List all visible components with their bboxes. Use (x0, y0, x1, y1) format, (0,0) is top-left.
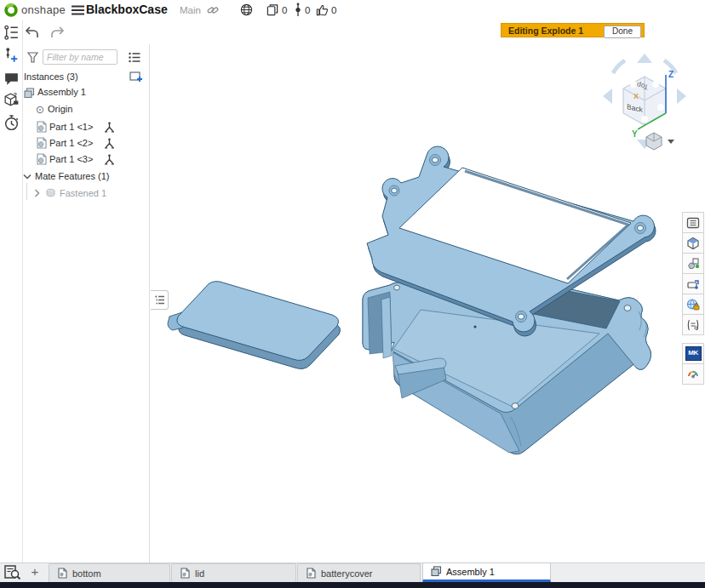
taskbar-edge (0, 582, 705, 588)
chevron-right-icon (34, 189, 41, 197)
tree-label: Assembly 1 (37, 87, 86, 97)
top-bar: onshape BlackboxCase Main 0 0 (0, 0, 705, 21)
insert-into-assembly-icon[interactable] (129, 71, 143, 83)
part-studio-icon (306, 568, 317, 579)
left-icon-strip: ? (0, 20, 23, 562)
mate-connector-icon[interactable] (104, 122, 115, 133)
copies-icon[interactable] (267, 3, 279, 16)
globe-lock-icon (686, 298, 700, 311)
main-menu-icon[interactable] (72, 5, 84, 15)
editing-explode-banner: Editing Explode 1 Done (501, 23, 645, 37)
public-globe-icon[interactable] (240, 3, 253, 16)
sharing-button[interactable] (682, 294, 704, 315)
document-title: BlackboxCase (86, 3, 168, 16)
x-axis-label: X (633, 92, 639, 100)
named-views-button[interactable] (682, 232, 704, 254)
mate-features-header: Mate Features (1) (35, 171, 109, 181)
rotate-right-arrow-icon[interactable] (677, 88, 686, 104)
bom-panel-button[interactable] (682, 212, 704, 233)
origin-icon (36, 106, 44, 114)
tab-label: lid (195, 568, 204, 579)
instances-header: Instances (3) (24, 71, 78, 82)
display-states-button[interactable] (682, 273, 704, 294)
in-context-part-icon (686, 257, 700, 271)
assembly-icon (431, 566, 442, 577)
mate-connector-icon[interactable] (104, 138, 115, 149)
versions-icon[interactable] (294, 3, 302, 17)
onshape-logo-icon (3, 3, 19, 18)
tab-lid[interactable]: lid (171, 563, 296, 582)
configurations-icon (686, 318, 700, 332)
appearance-button[interactable] (682, 363, 704, 385)
view-cube[interactable]: Top Back Z Y X (596, 48, 690, 155)
filter-input[interactable] (43, 49, 118, 65)
fastened-mate-icon (45, 188, 56, 198)
rotate-left-arrow-icon[interactable] (603, 88, 612, 104)
tree-label: Part 1 <3> (49, 154, 93, 164)
tree-label: Origin (48, 104, 72, 114)
bom-table-icon (686, 216, 700, 230)
display-states-icon (686, 277, 700, 291)
tab-search-icon[interactable] (4, 565, 21, 579)
done-button[interactable]: Done (604, 26, 641, 38)
y-axis-label: Y (632, 129, 638, 139)
onshape-window: onshape BlackboxCase Main 0 0 (0, 0, 705, 588)
tab-bottom[interactable]: bottom (49, 563, 170, 582)
tab-label: Assembly 1 (446, 567, 495, 577)
configurations-button[interactable] (682, 314, 704, 335)
chevron-down-icon (23, 174, 32, 180)
tab-assembly-1[interactable]: Assembly 1 (422, 562, 551, 582)
tab-label: bottom (72, 568, 101, 579)
part-studio-icon (57, 568, 68, 579)
rotate-ccw-arrow-icon[interactable] (613, 60, 625, 73)
mkcad-app-icon: MK (685, 346, 702, 361)
part-icon (36, 121, 47, 133)
mkcad-app-button[interactable]: MK (682, 343, 704, 364)
mate-connector-icon[interactable] (104, 154, 115, 165)
banner-label: Editing Explode 1 (508, 26, 583, 36)
versions-count: 0 (305, 5, 310, 15)
tree-guide-line (26, 183, 27, 200)
assembly-icon (24, 88, 35, 99)
view-options-button[interactable] (646, 133, 674, 150)
insert-instance-icon[interactable] (3, 47, 20, 65)
z-axis-label: Z (668, 70, 673, 79)
brand-name: onshape (21, 3, 66, 16)
part-icon (36, 153, 47, 165)
structure-tree-icon[interactable] (3, 24, 20, 42)
likes-count: 0 (331, 5, 336, 15)
parts-help-icon[interactable]: ? (3, 91, 20, 109)
svg-text:?: ? (14, 91, 18, 99)
comment-icon[interactable] (3, 70, 20, 88)
tree-label: Fastened 1 (60, 188, 106, 198)
tree-label: Part 1 <1> (49, 122, 93, 132)
tab-batterycover[interactable]: batterycover (297, 563, 421, 582)
chevron-down-icon (668, 140, 674, 144)
filter-icon[interactable] (27, 52, 38, 63)
workspace-name[interactable]: Main (180, 5, 201, 15)
tab-label: batterycover (321, 568, 373, 579)
panel-list-icon (154, 294, 165, 305)
view-cube-body[interactable]: Top Back (623, 77, 666, 125)
likes-thumb-icon[interactable] (316, 3, 329, 16)
appearance-gauge-icon (686, 368, 700, 381)
in-context-button[interactable] (682, 253, 704, 274)
part-icon (36, 137, 47, 149)
redo-icon[interactable] (50, 26, 65, 38)
mate-point-dot (473, 325, 476, 328)
link-icon[interactable] (207, 4, 219, 16)
rotate-up-arrow-icon[interactable] (637, 54, 652, 63)
history-stopwatch-icon[interactable] (3, 114, 20, 132)
new-tab-button[interactable]: + (26, 563, 44, 580)
list-options-icon[interactable] (129, 52, 140, 63)
panel-collapse-handle[interactable] (151, 290, 169, 310)
tree-label: Part 1 <2> (49, 138, 93, 148)
copies-count: 0 (282, 5, 287, 15)
undo-icon[interactable] (25, 26, 39, 38)
part-batterycover[interactable] (168, 282, 341, 369)
views-cube-icon (686, 237, 700, 250)
part-studio-icon (180, 568, 191, 579)
